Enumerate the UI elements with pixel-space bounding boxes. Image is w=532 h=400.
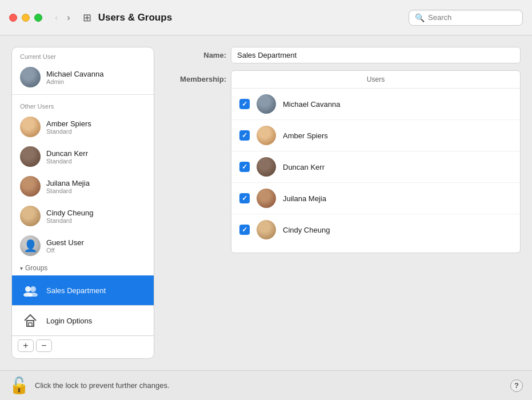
avatar-michael xyxy=(20,67,41,87)
back-button[interactable]: ‹ xyxy=(51,11,61,24)
sidebar-divider-1 xyxy=(12,94,154,95)
guest-icon: 👤 xyxy=(23,239,38,253)
grid-button[interactable]: ⊞ xyxy=(81,9,94,26)
user-name-amber: Amber Spiers xyxy=(46,119,91,128)
user-name-cindy: Cindy Cheung xyxy=(46,209,93,217)
groups-label: Groups xyxy=(25,264,47,272)
avatar-guest: 👤 xyxy=(20,235,41,256)
forward-button[interactable]: › xyxy=(63,11,73,24)
search-input[interactable] xyxy=(428,13,517,22)
detail-panel: Name: Sales Department Membership: Users… xyxy=(163,47,521,359)
user-name-guest: Guest User xyxy=(46,238,84,247)
user-info-duncan: Duncan Kerr Standard xyxy=(46,149,88,165)
sidebar-item-guest[interactable]: 👤 Guest User Off xyxy=(12,231,154,261)
member-row-duncan: Duncan Kerr xyxy=(231,151,520,183)
sidebar-item-michael[interactable]: Michael Cavanna Admin xyxy=(12,62,154,92)
users-column-header: Users xyxy=(231,71,520,89)
sidebar: Current User Michael Cavanna Admin Other… xyxy=(11,47,154,359)
checkbox-cindy[interactable] xyxy=(239,225,250,235)
nav-buttons: ‹ › xyxy=(51,11,74,24)
current-user-label: Current User xyxy=(12,47,154,62)
search-box: 🔍 xyxy=(409,10,523,26)
member-avatar-juilana xyxy=(257,189,276,208)
maximize-button[interactable] xyxy=(34,14,42,22)
user-role-michael: Admin xyxy=(46,78,103,85)
sidebar-item-duncan[interactable]: Duncan Kerr Standard xyxy=(12,142,154,171)
svg-rect-4 xyxy=(27,321,34,326)
svg-point-1 xyxy=(30,286,36,292)
member-name-amber: Amber Spiers xyxy=(283,131,328,140)
user-role-cindy: Standard xyxy=(46,217,93,224)
user-name-duncan: Duncan Kerr xyxy=(46,149,88,158)
minimize-button[interactable] xyxy=(22,14,30,22)
login-options-label: Login Options xyxy=(46,317,92,325)
svg-point-0 xyxy=(25,286,31,292)
member-name-duncan: Duncan Kerr xyxy=(283,163,325,171)
home-icon xyxy=(20,310,41,331)
avatar-cindy xyxy=(20,206,41,226)
member-row-michael: Michael Cavanna xyxy=(231,89,520,120)
member-name-cindy: Cindy Cheung xyxy=(283,226,330,234)
group-icon xyxy=(20,280,41,301)
sidebar-bottom-buttons: + − xyxy=(12,335,154,355)
checkbox-michael[interactable] xyxy=(239,99,250,109)
chevron-down-icon: ▾ xyxy=(20,265,23,271)
user-info-amber: Amber Spiers Standard xyxy=(46,119,91,135)
membership-area: Membership: Users Michael Cavanna Amber … xyxy=(163,70,521,359)
sidebar-item-amber[interactable]: Amber Spiers Standard xyxy=(12,112,154,142)
avatar-duncan xyxy=(20,146,41,167)
main-content: Current User Michael Cavanna Admin Other… xyxy=(0,35,532,370)
checkbox-duncan[interactable] xyxy=(239,162,250,172)
titlebar: ‹ › ⊞ Users & Groups 🔍 xyxy=(0,0,532,35)
sidebar-item-cindy[interactable]: Cindy Cheung Standard xyxy=(12,201,154,231)
member-avatar-duncan xyxy=(257,157,276,177)
user-info-guest: Guest User Off xyxy=(46,238,84,254)
member-row-cindy: Cindy Cheung xyxy=(231,214,520,245)
name-value[interactable]: Sales Department xyxy=(231,47,521,63)
user-role-guest: Off xyxy=(46,247,84,254)
user-name-juilana: Juilana Mejia xyxy=(46,179,90,187)
add-user-button[interactable]: + xyxy=(18,339,34,352)
member-avatar-michael xyxy=(257,94,276,114)
user-info-michael: Michael Cavanna Admin xyxy=(46,70,103,85)
traffic-lights xyxy=(9,14,42,22)
user-name-michael: Michael Cavanna xyxy=(46,70,103,78)
membership-label: Membership: xyxy=(163,70,226,83)
user-info-cindy: Cindy Cheung Standard xyxy=(46,209,93,224)
member-avatar-amber xyxy=(257,126,276,145)
help-button[interactable]: ? xyxy=(510,379,523,392)
user-info-juilana: Juilana Mejia Standard xyxy=(46,179,90,194)
member-row-juilana: Juilana Mejia xyxy=(231,183,520,214)
membership-box: Users Michael Cavanna Amber Spiers xyxy=(231,70,521,253)
close-button[interactable] xyxy=(9,14,17,22)
groups-header[interactable]: ▾ Groups xyxy=(12,261,154,275)
user-role-juilana: Standard xyxy=(46,187,90,194)
name-field: Name: Sales Department xyxy=(163,47,521,63)
sidebar-item-login-options[interactable]: Login Options xyxy=(12,305,154,335)
sidebar-item-sales-department[interactable]: Sales Department xyxy=(12,275,154,305)
lock-icon: 🔓 xyxy=(9,376,29,395)
window-title: Users & Groups xyxy=(98,12,409,23)
avatar-juilana xyxy=(20,176,41,197)
member-name-michael: Michael Cavanna xyxy=(283,100,340,109)
checkbox-juilana[interactable] xyxy=(239,193,250,203)
lock-text: Click the lock to prevent further change… xyxy=(35,381,170,390)
member-name-juilana: Juilana Mejia xyxy=(283,194,326,203)
remove-user-button[interactable]: − xyxy=(36,339,52,352)
checkbox-amber[interactable] xyxy=(239,130,250,141)
sales-department-label: Sales Department xyxy=(46,286,106,295)
search-icon: 🔍 xyxy=(415,13,425,22)
bottom-bar: 🔓 Click the lock to prevent further chan… xyxy=(0,370,532,400)
name-label: Name: xyxy=(163,51,226,59)
user-role-duncan: Standard xyxy=(46,158,88,165)
member-avatar-cindy xyxy=(257,220,276,239)
member-row-amber: Amber Spiers xyxy=(231,120,520,151)
avatar-amber xyxy=(20,117,41,137)
lock-button[interactable]: 🔓 Click the lock to prevent further chan… xyxy=(9,376,170,395)
sidebar-item-juilana[interactable]: Juilana Mejia Standard xyxy=(12,171,154,201)
user-role-amber: Standard xyxy=(46,128,91,135)
other-users-label: Other Users xyxy=(12,97,154,112)
